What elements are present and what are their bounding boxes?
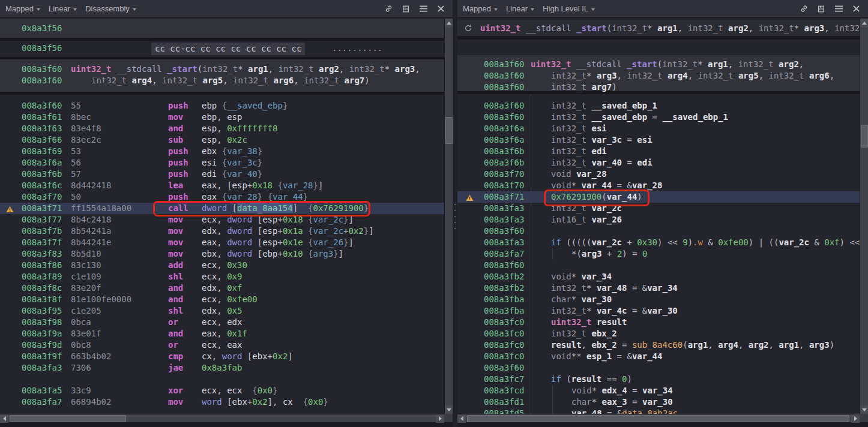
hlil-line[interactable]: 008a3fb2int32_t* var_48 = &var_34 [457, 282, 860, 294]
scroll-left-button[interactable] [457, 414, 466, 423]
signature-line[interactable]: 008a3f60int32_t* arg3, int32_t arg4, int… [457, 70, 860, 82]
view-linear-dropdown[interactable]: Linear [49, 4, 77, 13]
token-brc: { [268, 192, 273, 202]
hlil-line[interactable]: 008a3f70void var_28 [457, 169, 860, 180]
disassembly-line[interactable]: 008a3f6953pushebx {var_38} [0, 146, 444, 157]
hlil-line[interactable]: 008a3fa3int16_t var_26 [457, 214, 860, 225]
link-icon[interactable] [384, 4, 393, 14]
scrollbar-thumb[interactable] [467, 415, 849, 422]
signature-line[interactable]: 008a3f60int32_t arg4, int32_t arg5, int3… [0, 75, 444, 86]
hlil-line[interactable]: 008a3f70void* var_44 = &var_28 [457, 180, 860, 191]
hlil-line[interactable]: 008a3fbachar* var_30 [457, 294, 860, 305]
hlil-line[interactable]: 008a3fd1char* eax_3 = var_30 [457, 396, 860, 408]
signature-line[interactable]: 008a3f60uint32_t __stdcall _start(int32_… [0, 64, 444, 75]
view-mapped-dropdown[interactable]: Mapped [463, 4, 498, 13]
disassembly-line[interactable]: 008a3f9a83e01fandeax, 0x1f [0, 328, 444, 339]
view-linear-dropdown[interactable]: Linear [506, 4, 534, 13]
signature-line[interactable]: 008a3f60int32_t arg7) [457, 82, 860, 93]
vertical-scrollbar[interactable] [860, 19, 868, 414]
disassembly-line[interactable]: 008a3fa766894b02movword [ebx+0x2], cx {0… [0, 396, 444, 408]
hlil-line[interactable]: 008a3f60int32_t __saved_ebp_1 [457, 100, 860, 112]
hlil-line[interactable]: 008a3f60 [457, 260, 860, 271]
disassembly-line[interactable]: 008a3fa37306jae0x8a3fab [0, 362, 444, 374]
disassembly-line[interactable] [0, 374, 444, 385]
close-icon[interactable] [436, 4, 445, 14]
vertical-scrollbar[interactable] [444, 19, 453, 414]
il-level-dropdown[interactable]: Disassembly [85, 4, 136, 13]
left-pane-toolbar: Mapped Linear Disassembly [0, 0, 453, 18]
hlil-line[interactable]: 008a3fa3int32_t var_2c [457, 203, 860, 214]
hlil-line[interactable]: 008a3fa7*(arg3 + 2) = 0 [457, 248, 860, 260]
close-icon[interactable] [851, 4, 861, 14]
disassembly-line[interactable]: 008a3f8f81e100fe0000andecx, 0xfe00 [0, 294, 444, 305]
scroll-right-button[interactable] [851, 414, 860, 423]
menu-icon[interactable] [834, 4, 843, 14]
hlil-line[interactable]: 008a3fc0void** esp_1 = &var_44 [457, 351, 860, 362]
disassembly-line[interactable]: 008a3f6055pushebp {__saved_ebp} [0, 100, 444, 112]
hlil-line[interactable]: 008a3f710x76291900(var_44) [457, 191, 860, 203]
hlil-line[interactable]: 008a3f60 [457, 225, 860, 237]
scrollbar-thumb[interactable] [10, 415, 126, 422]
disassembly-line[interactable]: 008a3f838b5d10movebx, dword [ebp+0x10 {a… [0, 248, 444, 260]
disassembly-line[interactable]: 008a3f7f8b44241emoveax, dword [esp+0x1e … [0, 237, 444, 248]
scrollbar-thumb[interactable] [445, 117, 453, 144]
split-pane-icon[interactable] [401, 4, 411, 14]
disassembly-line[interactable]: 008a3f6c8d442418leaeax, [esp+0x18 {var_2… [0, 180, 444, 191]
pane-splitter[interactable] [453, 0, 457, 427]
hlil-line[interactable]: 008a3f6bint32_t edi [457, 146, 860, 157]
disassembly-line[interactable]: 008a3f89c1e109shlecx, 0x9 [0, 271, 444, 282]
token-pn [622, 59, 627, 69]
hlil-line[interactable]: 008a3fc0result, ebx_2 = sub_8a4c60(arg1,… [457, 339, 860, 351]
disassembly-line[interactable]: 008a3f6b57pushedi {var_40} [0, 169, 444, 180]
disassembly-line[interactable]: 008a3f8c83e20fandedx, 0xf [0, 282, 444, 294]
hlil-line[interactable]: 008a3f60int32_t __saved_ebp = __saved_eb… [457, 112, 860, 123]
disassembly-line[interactable]: 008a3f8683c130addecx, 0x30 [0, 260, 444, 271]
disassembly-line[interactable]: 008a3f778b4c2418movecx, dword [esp+0x18 … [0, 214, 444, 225]
hlil-line[interactable]: 008a3fc7if (result == 0) [457, 374, 860, 385]
scroll-down-button[interactable] [445, 405, 453, 414]
hlil-line[interactable]: 008a3fc0int32_t ebx_2 [457, 328, 860, 339]
disassembly-line[interactable]: 008a3f9d0bc8orecx, eax [0, 339, 444, 351]
disassembly-line[interactable]: 008a3f618becmovebp, esp [0, 112, 444, 123]
disassembly-line[interactable]: 008a3f7050pusheax {var_28} {var_44} [0, 191, 444, 203]
hlil-line[interactable]: 008a3f6bint32_t var_40 = edi [457, 157, 860, 169]
disassembly-line[interactable]: 008a3f6a56pushesi {var_3c} [0, 157, 444, 169]
hlil-line[interactable]: 008a3fcdvoid* edx_4 = var_34 [457, 385, 860, 396]
hlil-line[interactable]: 008a3f6aint32_t var_3c = esi [457, 134, 860, 146]
disassembly-line[interactable]: 008a3f9f663b4b02cmpcx, word [ebx+0x2] [0, 351, 444, 362]
scroll-up-button[interactable] [445, 19, 453, 27]
divider [0, 92, 444, 95]
menu-icon[interactable] [418, 4, 428, 14]
disassembly-line[interactable]: 008a3fa533c9xorecx, ecx {0x0} [0, 385, 444, 396]
token-addr: 008a3fa3 [484, 215, 524, 224]
disassembly-line[interactable]: 008a3f95c1e205shledx, 0x5 [0, 305, 444, 317]
disassembly-line[interactable]: 008a3f71ff1554a18a00calldword [data_8aa1… [0, 203, 444, 214]
view-mapped-dropdown[interactable]: Mapped [5, 4, 40, 13]
scroll-right-button[interactable] [436, 414, 444, 423]
scroll-left-button[interactable] [0, 414, 8, 423]
hlil-line[interactable]: 008a3f60 [457, 362, 860, 374]
scrollbar-thumb[interactable] [861, 125, 868, 148]
disassembly-line[interactable]: 008a3f6683ec2csubesp, 0x2c [0, 134, 444, 146]
scroll-down-button[interactable] [860, 405, 868, 414]
disassembly-line[interactable]: 008a3f6383e4f8andesp, 0xfffffff8 [0, 123, 444, 134]
hlil-line[interactable]: 008a3fa3if (((((var_2c + 0x30) << 9).w &… [457, 237, 860, 248]
hlil-line[interactable]: 008a3f6aint32_t esi [457, 123, 860, 134]
hex-bytes-line[interactable]: 008a3f56 cc cc-cc cc cc cc cc cc cc cc .… [0, 41, 444, 57]
hlil-line[interactable]: 008a3fd5var_48 = &data_8ab2ac [457, 408, 860, 414]
horizontal-scrollbar[interactable] [457, 414, 860, 422]
pinned-context-line[interactable]: uint32_t __stdcall _start(int32_t* arg1,… [457, 20, 860, 37]
token-pn: ], [268, 397, 283, 407]
link-icon[interactable] [799, 4, 809, 14]
il-level-dropdown[interactable]: High Level IL [543, 4, 595, 13]
block-preview-header[interactable]: 0x8a3f56 [0, 19, 444, 38]
hlil-line[interactable]: 008a3fc0uint32_t result [457, 317, 860, 328]
scroll-up-button[interactable] [860, 19, 868, 27]
signature-line[interactable]: 008a3f60uint32_t __stdcall _start(int32_… [457, 59, 860, 70]
split-pane-icon[interactable] [816, 4, 826, 14]
hlil-line[interactable]: 008a3fbaint32_t* var_4c = &var_30 [457, 305, 860, 317]
hlil-line[interactable]: 008a3fb2void* var_34 [457, 271, 860, 282]
disassembly-line[interactable]: 008a3f980bcaorecx, edx [0, 317, 444, 328]
disassembly-line[interactable]: 008a3f7b8b54241amovedx, dword [esp+0x1a … [0, 225, 444, 237]
horizontal-scrollbar[interactable] [0, 414, 444, 422]
